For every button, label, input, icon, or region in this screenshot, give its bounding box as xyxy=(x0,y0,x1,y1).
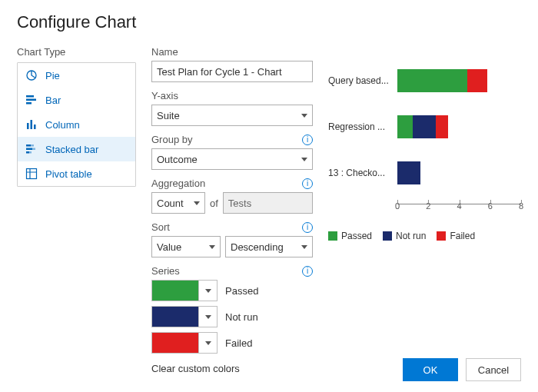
legend-label: Failed xyxy=(450,231,475,241)
axis-tick: 0 xyxy=(395,201,400,211)
chevron-down-icon xyxy=(194,201,200,205)
chart-type-stacked-bar[interactable]: Stacked bar xyxy=(18,137,135,161)
chart-bar xyxy=(397,115,521,138)
svg-rect-7 xyxy=(26,145,31,147)
color-swatch xyxy=(152,333,198,353)
aggregation-select[interactable]: Count xyxy=(151,192,205,214)
sort-direction-value: Descending xyxy=(231,241,284,253)
chart-type-list: Pie Bar Column xyxy=(17,62,136,187)
svg-rect-1 xyxy=(26,95,34,98)
chart-legend: PassedNot runFailed xyxy=(328,231,521,241)
svg-rect-9 xyxy=(26,148,32,151)
aggregation-value: Count xyxy=(157,198,184,209)
chart-bar-row: Query based... xyxy=(328,65,521,96)
chart-bar-segment xyxy=(413,115,436,138)
chart-type-label: Stacked bar xyxy=(45,144,98,155)
stacked-bar-icon xyxy=(25,143,38,155)
color-swatch xyxy=(152,307,198,327)
chart-bar-row: 13 : Checko... xyxy=(328,158,521,188)
info-icon[interactable]: i xyxy=(302,135,313,145)
svg-rect-12 xyxy=(29,151,32,154)
clear-custom-colors-link[interactable]: Clear custom colors xyxy=(151,363,240,374)
axis-tick: 4 xyxy=(457,201,461,211)
name-input[interactable] xyxy=(151,61,313,82)
chart-bar-segment xyxy=(467,69,487,92)
color-picker[interactable] xyxy=(151,280,218,301)
chart-category-label: 13 : Checko... xyxy=(328,168,397,178)
sort-field-select[interactable]: Value xyxy=(151,236,221,257)
chart-type-panel: Chart Type Pie Bar xyxy=(17,46,136,382)
svg-rect-3 xyxy=(26,102,32,105)
chevron-down-icon[interactable] xyxy=(198,307,217,327)
chart-type-pie[interactable]: Pie xyxy=(18,63,135,88)
legend-item: Passed xyxy=(328,231,372,241)
chart-type-label: Bar xyxy=(45,95,61,106)
series-row: Not run xyxy=(151,306,313,327)
chart-bar-segment xyxy=(436,115,448,138)
aggregation-of-label: of xyxy=(210,198,218,209)
sort-label: Sort xyxy=(151,221,170,233)
chart-bar-segment xyxy=(397,161,420,184)
svg-rect-4 xyxy=(27,123,29,129)
chart-category-label: Query based... xyxy=(328,75,397,86)
chart-category-label: Regression ... xyxy=(328,121,397,132)
series-name: Not run xyxy=(225,311,258,323)
ok-button[interactable]: OK xyxy=(403,358,458,381)
legend-label: Passed xyxy=(341,231,372,241)
legend-swatch xyxy=(383,231,392,241)
chart-type-label: Pie xyxy=(45,70,60,81)
legend-label: Not run xyxy=(396,231,426,241)
svg-rect-10 xyxy=(32,148,35,151)
chart-form: Name Y-axis Suite Group by i Outcome xyxy=(151,46,313,382)
dialog-title: Configure Chart xyxy=(17,12,521,32)
pie-icon xyxy=(25,69,38,81)
chart-type-column[interactable]: Column xyxy=(18,112,135,137)
chevron-down-icon xyxy=(301,114,307,118)
aggregation-target-value: Tests xyxy=(228,198,251,209)
svg-rect-2 xyxy=(26,99,36,101)
svg-rect-11 xyxy=(26,151,29,154)
legend-swatch xyxy=(437,231,446,241)
axis-tick: 8 xyxy=(519,201,523,211)
info-icon[interactable]: i xyxy=(302,266,313,277)
info-icon[interactable]: i xyxy=(302,222,313,233)
chart-type-label: Column xyxy=(45,119,80,131)
aggregation-target: Tests xyxy=(223,192,313,214)
chart-type-bar[interactable]: Bar xyxy=(18,88,135,112)
configure-chart-dialog: Configure Chart Chart Type Pie Bar xyxy=(0,0,538,392)
series-name: Failed xyxy=(225,337,252,349)
chart-bar xyxy=(397,161,521,184)
chart-bar xyxy=(397,69,521,92)
chart-bar-segment xyxy=(397,115,413,138)
svg-rect-8 xyxy=(31,145,34,147)
series-name: Passed xyxy=(225,285,258,297)
legend-item: Failed xyxy=(437,231,475,241)
axis-tick: 2 xyxy=(426,201,430,211)
color-swatch xyxy=(152,281,198,301)
chevron-down-icon xyxy=(209,245,215,249)
pivot-table-icon xyxy=(25,168,38,180)
chart-bar-segment xyxy=(397,69,467,92)
yaxis-value: Suite xyxy=(157,110,180,121)
yaxis-select[interactable]: Suite xyxy=(151,105,313,126)
chart-bar-row: Regression ... xyxy=(328,111,521,142)
groupby-label: Group by xyxy=(151,134,192,145)
chart-type-label: Pivot table xyxy=(45,168,92,180)
color-picker[interactable] xyxy=(151,332,218,354)
chart-type-pivot-table[interactable]: Pivot table xyxy=(18,161,135,186)
series-row: Failed xyxy=(151,332,313,354)
svg-rect-13 xyxy=(27,169,37,179)
groupby-select[interactable]: Outcome xyxy=(151,148,313,170)
aggregation-label: Aggregation xyxy=(151,178,205,189)
chevron-down-icon[interactable] xyxy=(198,333,217,353)
chart-type-heading: Chart Type xyxy=(17,46,136,58)
series-list: PassedNot runFailed xyxy=(151,280,313,354)
info-icon[interactable]: i xyxy=(302,178,313,189)
groupby-value: Outcome xyxy=(157,154,198,165)
sort-field-value: Value xyxy=(157,241,181,253)
column-icon xyxy=(25,118,38,131)
chevron-down-icon[interactable] xyxy=(198,281,217,301)
color-picker[interactable] xyxy=(151,306,218,327)
sort-direction-select[interactable]: Descending xyxy=(225,236,313,257)
cancel-button[interactable]: Cancel xyxy=(466,358,521,381)
